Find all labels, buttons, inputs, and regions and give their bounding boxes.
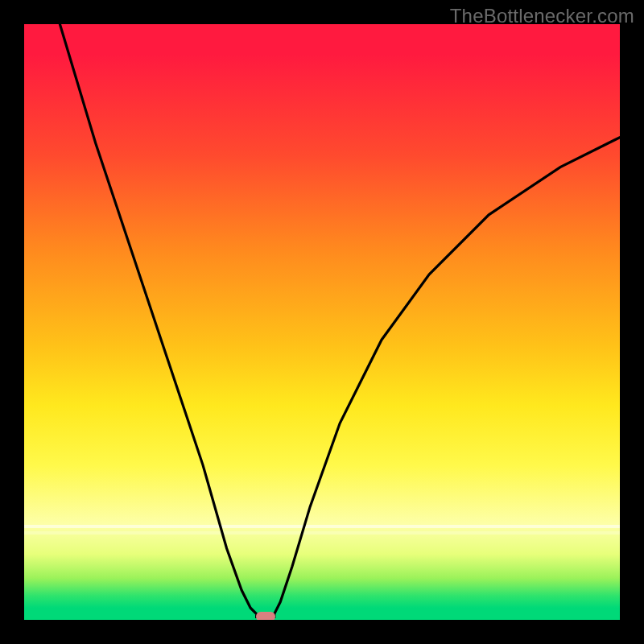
chart-area [24, 24, 620, 620]
bottleneck-curve [24, 24, 620, 620]
attribution-label: TheBottlenecker.com [450, 5, 634, 27]
optimal-point-marker [256, 612, 275, 620]
